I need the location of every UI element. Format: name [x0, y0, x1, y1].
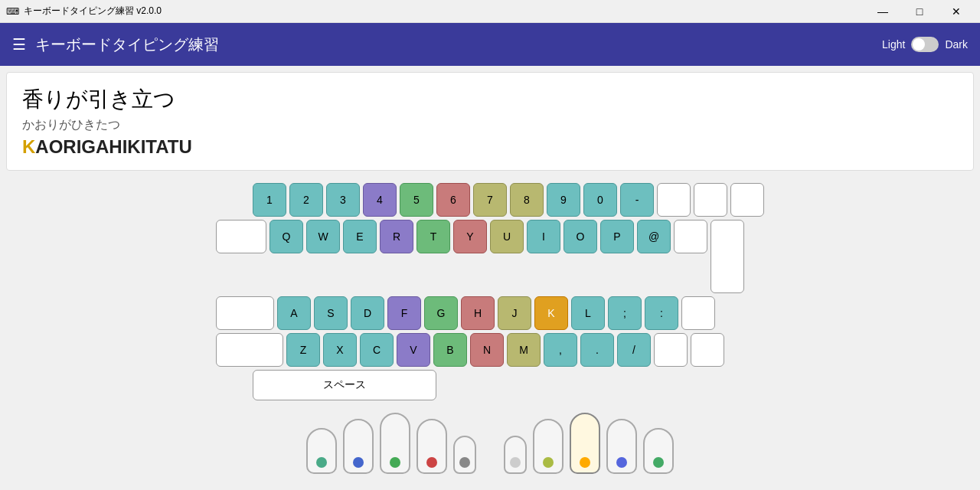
key-slash[interactable]: / [617, 333, 651, 367]
kanji-text: 香りが引き立つ [22, 85, 958, 114]
key-f[interactable]: F [387, 296, 421, 330]
dark-label: Dark [945, 38, 968, 51]
finger-shape-left-ring [343, 419, 374, 474]
key-m[interactable]: M [507, 333, 541, 367]
remaining-text: AORIGAHIKITATU [35, 136, 191, 157]
key-e[interactable]: E [343, 220, 377, 253]
finger-dot-left-middle [390, 457, 400, 468]
toggle-knob [913, 38, 925, 51]
key-1[interactable]: 1 [253, 183, 286, 217]
key-comma[interactable]: , [544, 333, 577, 367]
finger-shape-right-index [533, 419, 564, 474]
key-shift-left[interactable] [216, 333, 283, 367]
finger-dot-right-thumb [510, 457, 521, 468]
finger-dot-right-index [543, 457, 554, 468]
finger-right-pinky [643, 428, 674, 474]
maximize-button[interactable]: □ [902, 0, 937, 23]
key-yen[interactable] [694, 183, 727, 217]
finger-left-index [416, 419, 447, 474]
light-label: Light [882, 38, 905, 51]
key-5[interactable]: 5 [400, 183, 433, 217]
key-row-numbers: 1 2 3 4 5 6 7 8 9 0 - [216, 183, 764, 217]
hamburger-icon[interactable]: ☰ [12, 35, 26, 54]
minimize-button[interactable]: — [865, 0, 900, 23]
finger-dot-right-pinky [653, 457, 664, 468]
key-enter[interactable] [710, 220, 744, 293]
key-4[interactable]: 4 [363, 183, 397, 217]
finger-dot-right-ring [616, 457, 627, 468]
key-row-qwerty: Q W E R T Y U I O P @ [216, 220, 744, 293]
theme-toggle: Light Dark [882, 37, 968, 52]
key-h[interactable]: H [461, 296, 495, 330]
key-backslash[interactable] [654, 333, 688, 367]
finger-dot-left-index [426, 457, 437, 468]
finger-shape-left-index [416, 419, 447, 474]
kana-text: かおりがひきたつ [22, 117, 958, 133]
close-button[interactable]: ✕ [939, 0, 974, 23]
finger-dot-left-pinky [316, 457, 327, 468]
key-shift-right[interactable] [691, 333, 724, 367]
key-j[interactable]: J [498, 296, 531, 330]
key-2[interactable]: 2 [289, 183, 323, 217]
keyboard-area: 1 2 3 4 5 6 7 8 9 0 - Q W E R T Y U I O [0, 177, 980, 474]
key-spacebar[interactable]: スペース [253, 370, 436, 400]
app-title: キーボードタイピング練習 [35, 34, 219, 55]
key-empty-1 [216, 183, 250, 217]
key-tab[interactable] [216, 220, 266, 253]
key-z[interactable]: Z [286, 333, 320, 367]
key-colon[interactable]: : [645, 296, 678, 330]
romaji-text: KAORIGAHIKITATU [22, 136, 958, 158]
key-p[interactable]: P [600, 220, 634, 253]
key-c[interactable]: C [360, 333, 394, 367]
key-0[interactable]: 0 [583, 183, 617, 217]
key-l[interactable]: L [571, 296, 605, 330]
finger-shape-left-pinky [306, 428, 337, 474]
key-7[interactable]: 7 [473, 183, 507, 217]
key-backspace[interactable] [730, 183, 764, 217]
key-a[interactable]: A [277, 296, 311, 330]
key-bracket-open[interactable] [674, 220, 707, 253]
key-r[interactable]: R [380, 220, 413, 253]
key-period[interactable]: . [580, 333, 614, 367]
key-v[interactable]: V [397, 333, 430, 367]
app-header: ☰ キーボードタイピング練習 Light Dark [0, 23, 980, 66]
finger-dot-left-ring [353, 457, 364, 468]
key-q[interactable]: Q [270, 220, 303, 253]
key-minus[interactable]: - [620, 183, 654, 217]
text-display: 香りが引き立つ かおりがひきたつ KAORIGAHIKITATU [6, 72, 974, 171]
key-u[interactable]: U [490, 220, 524, 253]
key-k[interactable]: K [534, 296, 568, 330]
key-6[interactable]: 6 [436, 183, 470, 217]
key-semicolon[interactable]: ; [608, 296, 642, 330]
key-row-asdf: A S D F G H J K L ; : [216, 296, 715, 330]
key-b[interactable]: B [433, 333, 467, 367]
key-i[interactable]: I [527, 220, 560, 253]
finger-left-ring [343, 419, 374, 474]
key-g[interactable]: G [424, 296, 458, 330]
key-y[interactable]: Y [453, 220, 487, 253]
finger-right-thumb [504, 436, 527, 474]
key-caret[interactable] [657, 183, 691, 217]
finger-right-ring [606, 419, 637, 474]
key-n[interactable]: N [470, 333, 504, 367]
finger-shape-right-pinky [643, 428, 674, 474]
key-s[interactable]: S [314, 296, 348, 330]
key-t[interactable]: T [416, 220, 450, 253]
theme-switch[interactable] [911, 37, 939, 52]
key-x[interactable]: X [323, 333, 357, 367]
key-bracket-close[interactable] [681, 296, 715, 330]
finger-shape-left-thumb [453, 436, 476, 474]
finger-left-middle [380, 413, 410, 474]
key-3[interactable]: 3 [326, 183, 360, 217]
key-d[interactable]: D [351, 296, 384, 330]
key-at[interactable]: @ [637, 220, 671, 253]
finger-left-thumb [453, 436, 476, 474]
key-8[interactable]: 8 [510, 183, 544, 217]
key-row-zxcv: Z X C V B N M , . / [216, 333, 724, 367]
key-capslock[interactable] [216, 296, 274, 330]
key-o[interactable]: O [564, 220, 597, 253]
key-9[interactable]: 9 [547, 183, 580, 217]
key-w[interactable]: W [306, 220, 340, 253]
title-bar-left: ⌨ キーボードタイピング練習 v2.0.0 [6, 5, 162, 18]
title-bar: ⌨ キーボードタイピング練習 v2.0.0 — □ ✕ [0, 0, 980, 23]
